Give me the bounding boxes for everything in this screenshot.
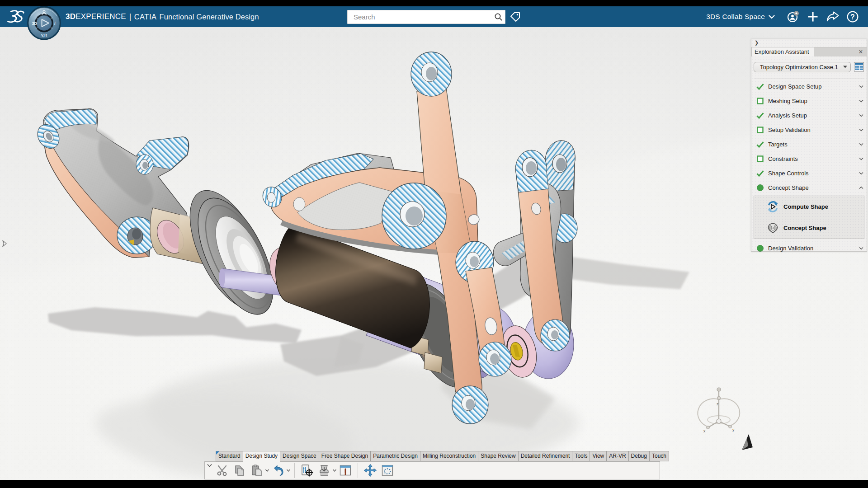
tag-button[interactable]	[509, 11, 522, 23]
tab-design-space[interactable]: Design Space	[280, 451, 319, 461]
case-combobox[interactable]: Topology Optimization Case.1	[754, 62, 851, 72]
collab-space-selector[interactable]: 3DS Collab Space	[706, 13, 775, 21]
chevron-up-icon[interactable]	[859, 185, 864, 190]
check-icon	[756, 169, 764, 177]
check-icon	[756, 83, 764, 90]
move-button[interactable]	[363, 464, 377, 477]
step-label: Shape Controls	[768, 170, 859, 177]
tab-design-study[interactable]: Design Study	[243, 451, 280, 462]
tab-detailed-refinement[interactable]: Detailed Refinement	[518, 451, 572, 461]
move-arrows-icon	[363, 464, 377, 477]
assistant-step-design-space-setup[interactable]: Design Space Setup	[751, 79, 867, 94]
chevron-down-icon[interactable]	[859, 99, 864, 103]
assistant-step-shape-controls[interactable]: Shape Controls	[751, 166, 867, 180]
compute-shape-button[interactable]: Compute Shape	[754, 196, 864, 217]
panel-close-button[interactable]: ×	[857, 47, 865, 56]
tab-milling-reconstruction[interactable]: Milling Reconstruction	[420, 451, 478, 461]
clipboard-paste-icon	[250, 464, 263, 477]
concept-shape-button[interactable]: Concept Shape	[754, 217, 864, 239]
toolbar-separator	[294, 463, 295, 478]
search-input[interactable]	[348, 13, 491, 21]
app-title: 3DEXPERIENCE|CATIAFunctional Generative …	[66, 6, 259, 27]
chevron-down-icon	[265, 469, 269, 472]
3ds-logo[interactable]	[6, 8, 25, 26]
panel-collapse-icon[interactable]: ❯	[755, 40, 759, 46]
chevron-down-icon[interactable]	[859, 171, 864, 176]
checkbox-icon	[756, 155, 764, 163]
undo-button[interactable]	[271, 464, 285, 477]
chevron-down-icon	[333, 469, 336, 472]
tag-icon	[509, 11, 522, 23]
checkbox-icon	[756, 126, 764, 134]
status-dot-icon	[756, 244, 764, 252]
compass-i-label: i	[54, 21, 56, 26]
compass-vr-label: V,R	[41, 33, 47, 38]
plus-icon	[807, 11, 819, 23]
chevron-down-icon[interactable]	[859, 246, 864, 251]
compass-widget[interactable]: 3D i V,R	[27, 5, 61, 41]
step-label: Design Space Setup	[768, 83, 859, 90]
stamp-dropdown[interactable]	[333, 464, 337, 477]
chevron-down-icon[interactable]	[859, 113, 864, 118]
tab-shape-review[interactable]: Shape Review	[478, 451, 518, 461]
assistant-step-meshing-setup[interactable]: Meshing Setup	[751, 94, 867, 108]
add-button[interactable]	[806, 10, 820, 23]
assistant-step-concept-shape[interactable]: Concept Shape	[751, 180, 867, 195]
sliders-target-icon	[300, 464, 314, 477]
search-box[interactable]	[347, 10, 505, 24]
check-icon	[756, 141, 764, 148]
compute-shape-icon	[767, 201, 779, 213]
undo-dropdown[interactable]	[287, 464, 291, 477]
alert-dialog-icon	[339, 464, 352, 477]
copy-button[interactable]	[233, 464, 246, 477]
assistant-step-targets[interactable]: Targets	[751, 137, 867, 151]
check-icon	[756, 112, 764, 119]
case-table-button[interactable]	[854, 61, 864, 72]
compass-3d-label: 3D	[32, 21, 38, 26]
step-label: Targets	[768, 141, 859, 148]
tab-debug[interactable]: Debug	[628, 451, 649, 461]
top-bar-right: 3DS Collab Space	[706, 6, 863, 27]
brand-experience: EXPERIENCE	[75, 12, 126, 21]
assistant-step-analysis-setup[interactable]: Analysis Setup	[751, 108, 867, 122]
panel-grip: ❯	[751, 39, 867, 47]
help-button[interactable]: ?	[846, 10, 859, 23]
search-button[interactable]	[491, 10, 505, 24]
exploration-assistant-panel: ❯ Exploration Assistant × Topology Optim…	[751, 39, 867, 252]
step-label: Analysis Setup	[768, 112, 859, 119]
user-profile-button[interactable]	[786, 10, 800, 23]
paste-button[interactable]	[250, 464, 264, 477]
title-separator: |	[129, 12, 132, 22]
application-window: z x y 3DEXPERIENCE|CATIAFunctio	[0, 0, 868, 488]
alert-dialog-button[interactable]	[339, 464, 352, 477]
tab-ar-vr[interactable]: AR-VR	[606, 451, 628, 461]
tab-free-shape-design[interactable]: Free Shape Design	[319, 451, 370, 461]
step-label: Concept Shape	[768, 184, 859, 191]
chevron-down-icon[interactable]	[859, 84, 864, 89]
toolbar-overflow-button[interactable]	[205, 462, 214, 479]
chevron-down-icon[interactable]	[859, 142, 864, 147]
case-combobox-value: Topology Optimization Case.1	[760, 64, 843, 70]
tab-touch[interactable]: Touch	[649, 451, 669, 461]
3d-viewport[interactable]: z x y	[0, 27, 868, 480]
assistant-step-setup-validation[interactable]: Setup Validation	[751, 122, 867, 137]
chevron-down-icon[interactable]	[859, 156, 864, 161]
share-button[interactable]	[826, 10, 840, 23]
cut-button[interactable]	[216, 464, 229, 477]
left-panel-expander[interactable]	[1, 239, 9, 248]
chevron-down-icon[interactable]	[859, 127, 864, 132]
marquee-select-button[interactable]	[381, 464, 394, 477]
concept-shape-actions: Compute Shape Concept Shape	[754, 196, 864, 239]
tab-exploration-assistant[interactable]: Exploration Assistant	[751, 47, 814, 56]
tab-standard[interactable]: Standard	[216, 451, 243, 461]
design-space-probe-button[interactable]	[300, 464, 314, 477]
tab-tools[interactable]: Tools	[572, 451, 590, 461]
tab-parametric-design[interactable]: Parametric Design	[370, 451, 420, 461]
assistant-step-constraints[interactable]: Constraints	[751, 151, 867, 166]
assistant-step-design-validation[interactable]: Design Validation	[751, 241, 867, 255]
concept-shape-label: Concept Shape	[783, 225, 826, 231]
stamp-button[interactable]	[317, 464, 331, 477]
paste-dropdown[interactable]	[265, 464, 269, 477]
case-selector-row: Topology Optimization Case.1	[751, 56, 867, 76]
tab-view[interactable]: View	[590, 451, 606, 461]
